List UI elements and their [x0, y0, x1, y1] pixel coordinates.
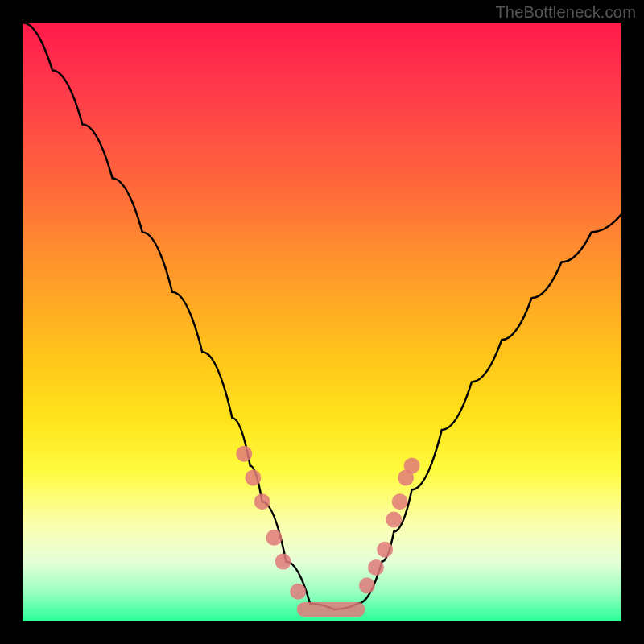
bottleneck-curve	[23, 23, 621, 609]
data-marker	[275, 554, 291, 570]
chart-frame: TheBottleneck.com	[0, 0, 644, 644]
data-marker	[404, 458, 420, 474]
data-marker	[290, 584, 306, 600]
data-marker	[368, 559, 384, 576]
watermark-text: TheBottleneck.com	[495, 3, 636, 22]
marker-cluster-left	[236, 446, 306, 600]
data-marker	[392, 493, 408, 510]
data-marker	[386, 512, 402, 528]
data-marker	[254, 493, 270, 510]
marker-cluster-right	[359, 458, 420, 594]
data-marker	[245, 469, 261, 485]
data-marker	[266, 530, 282, 546]
curve-layer	[23, 23, 621, 621]
data-marker	[236, 446, 252, 462]
plot-area	[23, 23, 621, 621]
data-marker	[377, 542, 393, 558]
data-marker	[359, 577, 375, 593]
